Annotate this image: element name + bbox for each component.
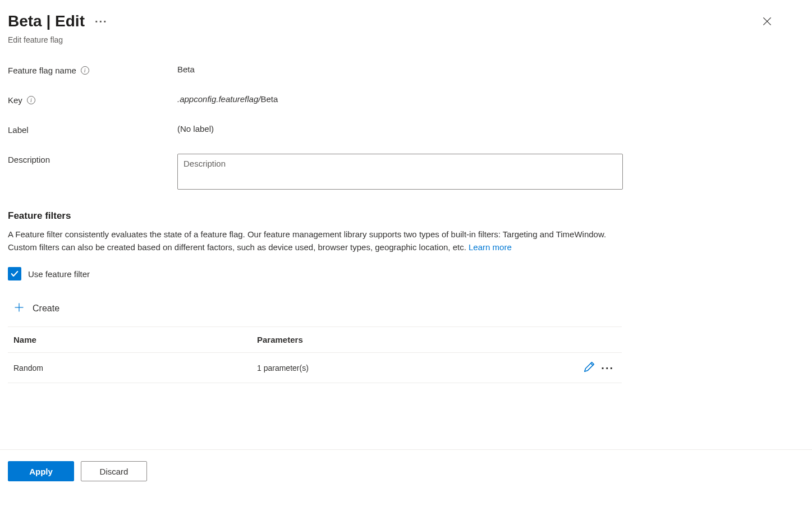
edit-row-button[interactable] bbox=[583, 361, 595, 375]
use-filter-label: Use feature filter bbox=[28, 269, 90, 279]
create-filter-button[interactable]: Create bbox=[13, 302, 59, 315]
page-title: Beta | Edit bbox=[8, 12, 85, 30]
table-header: Name Parameters bbox=[8, 326, 622, 353]
filters-heading: Feature filters bbox=[8, 210, 804, 222]
info-icon[interactable]: i bbox=[81, 66, 89, 75]
apply-button[interactable]: Apply bbox=[8, 461, 74, 481]
create-label: Create bbox=[33, 303, 59, 314]
description-label: Description bbox=[8, 154, 177, 164]
key-value: .appconfig.featureflag/Beta bbox=[177, 94, 804, 104]
info-icon[interactable]: i bbox=[27, 96, 35, 104]
header-name: Name bbox=[13, 335, 244, 344]
row-more-icon[interactable]: ··· bbox=[601, 362, 614, 374]
description-input[interactable] bbox=[177, 154, 623, 190]
filters-table: Name Parameters Random 1 parameter(s) ··… bbox=[8, 326, 622, 383]
learn-more-link[interactable]: Learn more bbox=[469, 242, 512, 252]
use-filter-checkbox[interactable] bbox=[8, 267, 21, 280]
pencil-icon bbox=[583, 361, 595, 373]
checkmark-icon bbox=[10, 269, 19, 278]
table-row: Random 1 parameter(s) ··· bbox=[8, 353, 622, 383]
page-subtitle: Edit feature flag bbox=[8, 35, 804, 44]
plus-icon bbox=[13, 302, 25, 315]
more-options-icon[interactable]: ··· bbox=[95, 16, 108, 27]
label-label: Label bbox=[8, 124, 177, 135]
name-label: Feature flag name i bbox=[8, 65, 177, 75]
row-name: Random bbox=[13, 364, 244, 372]
name-value: Beta bbox=[177, 65, 804, 74]
discard-button[interactable]: Discard bbox=[81, 461, 147, 481]
filters-description: A Feature filter consistently evaluates … bbox=[8, 228, 625, 254]
close-button[interactable] bbox=[757, 11, 777, 33]
close-icon bbox=[761, 16, 773, 27]
header-params: Parameters bbox=[244, 335, 616, 344]
row-params: 1 parameter(s) bbox=[244, 364, 583, 372]
key-label: Key i bbox=[8, 94, 177, 105]
label-value: (No label) bbox=[177, 124, 804, 134]
